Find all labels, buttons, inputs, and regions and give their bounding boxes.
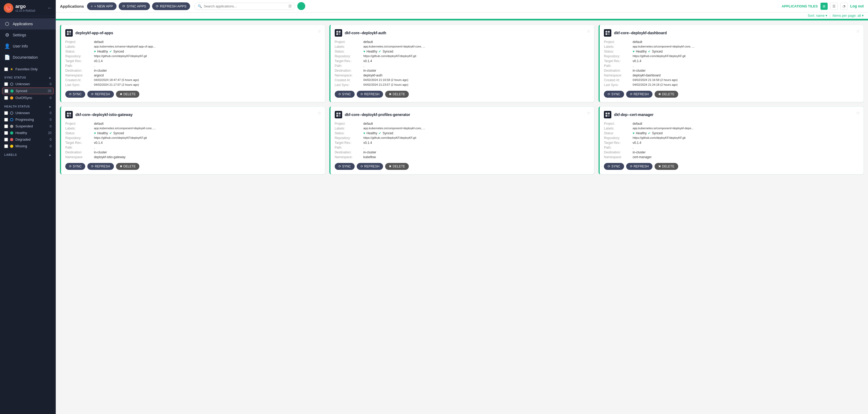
back-button[interactable]: ← — [47, 5, 52, 11]
sidebar-item-applications[interactable]: ⬡ Applications — [0, 18, 56, 29]
destination-value: in-cluster — [632, 68, 859, 73]
health-filter-progressing[interactable]: Progressing 0 — [0, 116, 56, 123]
svg-rect-18 — [336, 115, 338, 117]
path-value: . — [94, 64, 321, 68]
repo-label: Repository: — [335, 54, 361, 58]
delete-button[interactable]: ✖ DELETE — [116, 91, 140, 98]
health-degraded-checkbox[interactable] — [4, 138, 8, 141]
search-input[interactable] — [204, 4, 287, 8]
sync-status: Synced — [652, 131, 662, 135]
items-per-page[interactable]: Items per page: all ▾ — [832, 13, 864, 18]
sync-check-icon: ✔ — [648, 131, 651, 135]
health-icon: ♥ — [363, 131, 365, 135]
search-icon: 🔍 — [198, 4, 202, 8]
delete-button[interactable]: ✖ DELETE — [385, 163, 409, 170]
labels-value: app.kubernetes.io/component=deploykf-cor… — [363, 44, 590, 49]
refresh-apps-button[interactable]: ⟳ REFRESH APPS — [152, 2, 190, 10]
health-filter-missing[interactable]: Missing 0 — [0, 143, 56, 150]
health-progressing-checkbox[interactable] — [4, 118, 8, 122]
refresh-button[interactable]: ⟳ REFRESH — [357, 91, 383, 98]
sync-button[interactable]: ⟳ SYNC — [65, 163, 85, 170]
favorite-star-icon[interactable]: ☆ — [587, 110, 590, 116]
namespace-value: kubeflow — [363, 155, 590, 159]
sync-button[interactable]: ⟳ SYNC — [335, 163, 354, 170]
svg-rect-2 — [67, 33, 69, 35]
favorite-star-icon[interactable]: ☆ — [317, 110, 321, 116]
favorites-filter[interactable]: ★ Favorites Only — [0, 65, 56, 73]
delete-button[interactable]: ✖ DELETE — [116, 163, 140, 170]
delete-button[interactable]: ✖ DELETE — [655, 91, 678, 98]
svg-rect-16 — [336, 113, 338, 115]
sync-synced-label: Synced — [16, 89, 27, 93]
labels-value: app.kubernetes.io/component=deploykf-cor… — [363, 126, 590, 131]
health-filter-degraded[interactable]: Degraded 0 — [0, 136, 56, 143]
sync-button[interactable]: ⟳ SYNC — [604, 91, 624, 98]
favorite-star-icon[interactable]: ☆ — [317, 29, 321, 34]
health-filter-suspended[interactable]: Suspended 0 — [0, 123, 56, 129]
sidebar-item-documentation[interactable]: 📄 Documentation — [0, 52, 56, 63]
delete-icon: ✖ — [658, 92, 661, 96]
health-filter-healthy[interactable]: Healthy 20 — [0, 129, 56, 136]
refresh-icon: ⟳ — [91, 92, 94, 96]
health-suspended-checkbox[interactable] — [4, 124, 8, 128]
sync-synced-checkbox[interactable] — [4, 89, 8, 93]
svg-rect-3 — [69, 33, 71, 35]
created-at-label: Created At: — [335, 78, 361, 82]
sync-outofsync-checkbox[interactable] — [4, 96, 8, 100]
labels-header[interactable]: LABELS ▲ — [0, 152, 56, 158]
destination-label: Destination: — [604, 68, 630, 73]
sync-button[interactable]: ⟳ SYNC — [335, 91, 354, 98]
refresh-button[interactable]: ⟳ REFRESH — [626, 163, 652, 170]
grid-view-button[interactable]: ⊞ — [820, 3, 828, 10]
new-app-button[interactable]: + + NEW APP — [87, 2, 117, 10]
sync-status: Synced — [382, 50, 393, 53]
sync-label: SYNC — [73, 164, 82, 168]
sort-by-name[interactable]: Sort: name ▾ — [808, 13, 827, 18]
health-healthy-dot — [10, 131, 13, 134]
health-missing-checkbox[interactable] — [4, 145, 8, 148]
sync-apps-button[interactable]: ⟳ SYNC APPS — [119, 2, 150, 10]
health-status-header[interactable]: HEALTH STATUS ▲ — [0, 103, 56, 109]
sync-check-icon: ✔ — [110, 131, 112, 135]
svg-rect-9 — [608, 31, 610, 33]
health-healthy-checkbox[interactable] — [4, 131, 8, 135]
documentation-icon: 📄 — [4, 55, 10, 60]
list-view-button[interactable]: ☰ — [830, 3, 838, 10]
refresh-button[interactable]: ⟳ REFRESH — [87, 91, 114, 98]
filter-avatar[interactable] — [297, 2, 305, 10]
pie-view-button[interactable]: ◔ — [840, 3, 847, 10]
logout-button[interactable]: Log out — [850, 4, 864, 8]
project-value: default — [94, 122, 321, 126]
refresh-button[interactable]: ⟳ REFRESH — [87, 163, 114, 170]
namespace-label: Namespace: — [65, 73, 92, 77]
refresh-button[interactable]: ⟳ REFRESH — [357, 163, 383, 170]
sidebar-item-settings[interactable]: ⚙ Settings — [0, 29, 56, 41]
svg-rect-8 — [606, 31, 607, 33]
health-icon: ♥ — [94, 131, 96, 135]
delete-button[interactable]: ✖ DELETE — [655, 163, 678, 170]
favorite-star-icon[interactable]: ☆ — [856, 29, 860, 34]
sync-filter-unknown[interactable]: Unknown 0 — [0, 81, 56, 87]
settings-icon: ⚙ — [4, 32, 10, 38]
sync-status-header[interactable]: SYNC STATUS ▲ — [0, 74, 56, 81]
sidebar-header: 🐙 argo v2.10.4+f5d63a5 ← — [0, 0, 56, 16]
sync-unknown-checkbox[interactable] — [4, 82, 8, 86]
health-filter-unknown[interactable]: Unknown 0 — [0, 109, 56, 116]
sync-filter-outofsync[interactable]: OutOfSync 0 — [0, 94, 56, 101]
health-missing-dot — [10, 145, 13, 148]
path-value: . — [94, 146, 321, 150]
health-status-section: HEALTH STATUS ▲ Unknown 0 Progressing 0 … — [0, 102, 56, 151]
health-unknown-checkbox[interactable] — [4, 111, 8, 115]
refresh-button[interactable]: ⟳ REFRESH — [626, 91, 652, 98]
sync-filter-synced[interactable]: Synced 20 — [2, 88, 54, 94]
delete-button[interactable]: ✖ DELETE — [385, 91, 409, 98]
health-missing-count: 0 — [50, 145, 52, 148]
sync-button[interactable]: ⟳ SYNC — [604, 163, 624, 170]
labels-value: app.kubernetes.io/component=deploykf-cor… — [632, 44, 859, 49]
favorite-star-icon[interactable]: ☆ — [587, 29, 590, 34]
favorites-checkbox[interactable] — [4, 67, 8, 71]
sync-button[interactable]: ⟳ SYNC — [65, 91, 85, 98]
favorite-star-icon[interactable]: ☆ — [856, 110, 860, 116]
refresh-label: REFRESH — [95, 92, 110, 96]
sidebar-item-user-info[interactable]: 👤 User Info — [0, 41, 56, 52]
